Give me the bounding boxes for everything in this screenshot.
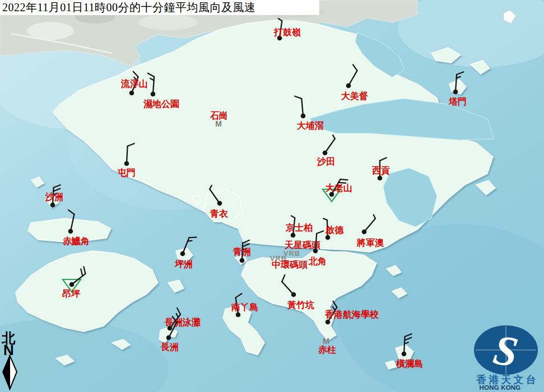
station-label: 沙洲 bbox=[45, 192, 63, 202]
wind-barb-staff bbox=[282, 282, 294, 295]
wind-barb-feather bbox=[243, 240, 249, 243]
wind-barb-staff bbox=[404, 337, 405, 354]
station-label: 塔門 bbox=[448, 97, 467, 106]
station-label: 北角 bbox=[308, 256, 327, 266]
wind-barb-feather bbox=[53, 189, 60, 192]
station-label: 南丫島 bbox=[231, 302, 258, 312]
wind-barb-staff bbox=[127, 146, 128, 164]
wind-barb-feather bbox=[333, 301, 337, 307]
wind-barb-feather bbox=[282, 275, 285, 282]
station-dot bbox=[291, 233, 296, 238]
station: 大埔滘 bbox=[295, 96, 324, 130]
station-label: 石崗 bbox=[210, 111, 228, 120]
station-dot bbox=[240, 258, 245, 263]
station: 京士柏 bbox=[285, 216, 313, 237]
station: 大美督 bbox=[341, 65, 369, 101]
hko-name-english: HONG KONG OBSERVATORY bbox=[454, 384, 544, 392]
station-label: 昂坪 bbox=[62, 289, 81, 298]
station-dot bbox=[50, 203, 55, 208]
wind-barb-staff bbox=[455, 74, 457, 92]
station-label: 啟德 bbox=[325, 225, 344, 235]
station-label: 大埔滘 bbox=[297, 120, 324, 130]
wind-barb-staff bbox=[348, 71, 357, 86]
station-dot bbox=[313, 249, 318, 254]
station-dot bbox=[378, 176, 383, 181]
wind-barb-feather bbox=[68, 210, 74, 214]
wind-barb-feather bbox=[243, 244, 249, 246]
station-label: 長洲 bbox=[160, 342, 179, 352]
station-label: 赤鱲角 bbox=[62, 236, 90, 246]
station-label: 香港航海學校 bbox=[324, 309, 379, 319]
station: 青洲 bbox=[233, 240, 251, 263]
wind-barb-half-feather bbox=[278, 18, 282, 21]
wind-barb-feather bbox=[404, 338, 411, 340]
station: 南丫島 bbox=[231, 293, 258, 317]
wind-barb-feather bbox=[236, 293, 242, 297]
wind-barb-half-feather bbox=[333, 135, 335, 138]
wind-barb-feather bbox=[189, 237, 197, 238]
wind-barb-feather bbox=[177, 308, 180, 315]
station: 塔門 bbox=[448, 72, 467, 106]
station: 流浮山 bbox=[120, 72, 148, 96]
station: M赤柱 bbox=[318, 337, 336, 354]
compass-needle bbox=[0, 353, 22, 392]
wind-barb-feather bbox=[317, 231, 323, 234]
wind-barb-feather bbox=[84, 267, 86, 274]
station: 青衣 bbox=[210, 185, 229, 218]
station: 將軍澳 bbox=[356, 214, 384, 248]
wind-barb-staff bbox=[364, 218, 375, 232]
station: 黃竹坑 bbox=[282, 275, 314, 310]
wind-barb-staff bbox=[183, 237, 189, 254]
station-label: 濕地公園 bbox=[143, 99, 179, 109]
wind-barb-feather bbox=[295, 96, 301, 99]
station-dot bbox=[362, 230, 367, 235]
station-label: 坪洲 bbox=[174, 259, 193, 269]
station-dot bbox=[124, 161, 129, 166]
station-label: 西貢 bbox=[371, 166, 390, 176]
station-dot bbox=[453, 90, 458, 95]
needle-dark-half bbox=[2, 355, 10, 390]
station: 屯門 bbox=[117, 143, 136, 178]
wind-barb-staff bbox=[71, 214, 74, 231]
wind-barb-half-feather bbox=[374, 214, 375, 218]
station-dot bbox=[180, 251, 185, 256]
station: 大老山 bbox=[323, 179, 352, 202]
station-label: 橫瀾島 bbox=[396, 359, 423, 368]
station-dot bbox=[166, 335, 171, 340]
station-label: 青洲 bbox=[233, 247, 251, 256]
station: 濕地公園 bbox=[143, 73, 179, 109]
wind-barb-feather bbox=[133, 72, 138, 77]
station-dot bbox=[402, 352, 407, 357]
wind-barb-half-feather bbox=[210, 185, 212, 189]
station-label: 青衣 bbox=[210, 209, 229, 218]
station-label: 赤柱 bbox=[318, 345, 336, 354]
station-label: 將軍澳 bbox=[356, 238, 384, 248]
station-label: 大美督 bbox=[341, 91, 369, 101]
station-label: 長洲泳灘 bbox=[164, 317, 201, 327]
wind-barb-feather bbox=[405, 334, 412, 337]
station: 沙田 bbox=[317, 135, 335, 166]
station-label: 中環碼頭 bbox=[272, 260, 308, 270]
wind-barb-feather bbox=[148, 73, 154, 77]
wind-barb-feather bbox=[341, 179, 348, 180]
station: 赤鱲角 bbox=[62, 210, 90, 246]
station-dot bbox=[69, 282, 75, 287]
missing-data-marker: M bbox=[323, 337, 329, 346]
wind-barb-half-feather bbox=[176, 314, 178, 318]
wind-barb-feather bbox=[81, 269, 82, 276]
station-label: 大老山 bbox=[326, 183, 352, 193]
wind-barb-staff bbox=[210, 189, 220, 203]
station: 沙洲 bbox=[45, 185, 63, 207]
map-title-text: 2022年11月01日11時00分的十分鐘平均風向及風速 bbox=[2, 1, 256, 13]
wind-barb-feather bbox=[457, 72, 463, 74]
station-dot bbox=[129, 91, 134, 96]
station: 打鼓嶺 bbox=[273, 18, 301, 40]
station: 昂坪 bbox=[62, 267, 85, 298]
missing-data-marker: M bbox=[215, 119, 222, 128]
station: 橫瀾島 bbox=[396, 334, 423, 368]
station-dot bbox=[236, 312, 241, 318]
station-dot bbox=[301, 114, 306, 119]
station-dot bbox=[346, 83, 351, 88]
station-dot bbox=[326, 235, 331, 240]
wind-map-page: 打鼓嶺流浮山濕地公園M石崗大美督塔門大埔滘沙田屯門西貢沙洲大老山青衣赤鱲角坪洲青… bbox=[0, 0, 544, 392]
